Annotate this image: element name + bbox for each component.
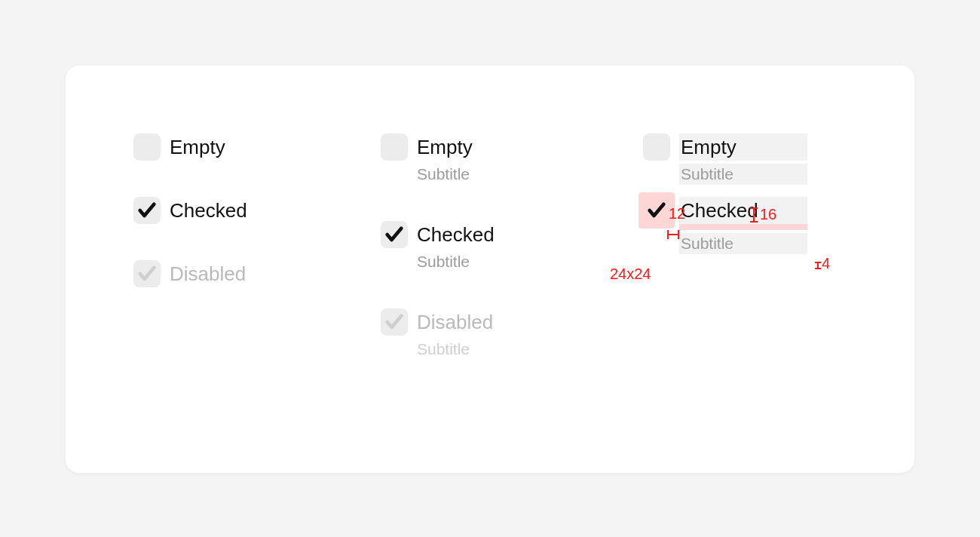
- column-with-subtitle: Empty Subtitle Checked Subtitle Disabl: [381, 133, 545, 396]
- checkbox-label: Empty: [679, 133, 807, 161]
- check-icon: [646, 200, 667, 221]
- checkbox-disabled: [133, 260, 161, 287]
- checkbox-row-disabled: Disabled Subtitle: [381, 308, 545, 360]
- checkbox-label: Disabled: [417, 308, 545, 336]
- checkbox-checked[interactable]: [643, 197, 670, 224]
- checkbox-label: Empty: [170, 133, 298, 161]
- check-icon: [136, 263, 158, 284]
- checkbox-label: Checked: [417, 221, 545, 248]
- checkbox-empty[interactable]: [381, 133, 408, 161]
- columns: Empty Checked Disabled: [66, 66, 914, 396]
- annotation-gap-title-subtitle: 4: [822, 255, 830, 272]
- checkbox-row-empty[interactable]: Empty Subtitle: [643, 133, 807, 185]
- annotation-h-bar-icon: [667, 226, 679, 243]
- checkbox-subtitle: Subtitle: [679, 164, 807, 185]
- check-icon: [136, 200, 158, 221]
- checkbox-subtitle: Subtitle: [679, 233, 807, 254]
- checkbox-subtitle: Subtitle: [417, 339, 545, 360]
- checkbox-empty[interactable]: [643, 133, 670, 161]
- spec-gap-highlight: [679, 224, 807, 230]
- checkbox-row-checked[interactable]: Checked Subtitle: [381, 221, 545, 272]
- checkbox-row-empty[interactable]: Empty Subtitle: [381, 133, 545, 185]
- checkbox-label: Checked: [679, 197, 807, 224]
- annotation-v-bar-small-icon: [815, 256, 821, 273]
- check-icon: [384, 311, 405, 333]
- annotation-v-bar-icon: [750, 207, 758, 226]
- column-simple: Empty Checked Disabled: [133, 133, 298, 396]
- checkbox-row-empty[interactable]: Empty: [133, 133, 298, 161]
- checkbox-checked[interactable]: [133, 197, 161, 224]
- checkbox-label: Empty: [417, 133, 545, 161]
- checkbox-label: Checked: [170, 197, 298, 224]
- annotation-gap-box-text: 12: [669, 205, 685, 222]
- checkbox-label: Disabled: [170, 260, 298, 287]
- checkbox-subtitle: Subtitle: [417, 164, 545, 185]
- checkbox-row-checked[interactable]: Checked: [133, 197, 298, 224]
- column-spec: Empty Subtitle Checked Subtitle: [643, 133, 807, 396]
- annotation-gap-rows: 16: [760, 206, 776, 223]
- annotation-box-size: 24x24: [610, 265, 651, 283]
- checkbox-empty[interactable]: [133, 133, 161, 161]
- checkbox-row-disabled: Disabled: [133, 260, 298, 287]
- spec-card: Empty Checked Disabled: [66, 66, 914, 473]
- check-icon: [384, 224, 405, 245]
- checkbox-subtitle: Subtitle: [417, 251, 545, 272]
- checkbox-checked[interactable]: [381, 221, 408, 248]
- checkbox-disabled: [381, 308, 408, 336]
